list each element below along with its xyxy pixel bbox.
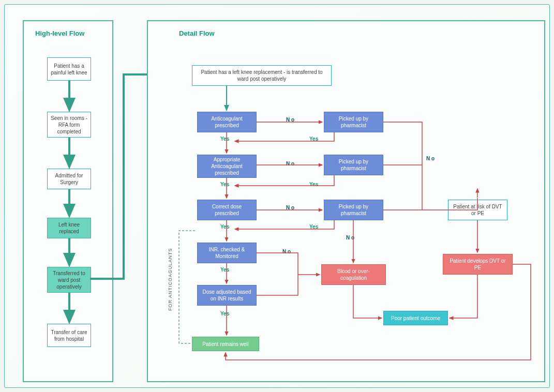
yes-p1: Yes <box>309 136 318 142</box>
decision-appropriate: Appropriate Anticoagulant prescribed <box>197 155 257 178</box>
yes-p2: Yes <box>309 182 318 187</box>
no-inr: N o <box>282 249 291 254</box>
no-pharm3: N o <box>346 235 354 240</box>
poor-outcome: Poor patient outcome <box>383 311 448 325</box>
no-3: N o <box>286 205 294 210</box>
high-node-2: Seen in rooms - RFA form completed <box>47 112 91 138</box>
dvt-node: Patient develops DVT or PE <box>443 254 513 275</box>
yes-2: Yes <box>220 182 229 187</box>
well-node: Patient remains well <box>192 337 259 351</box>
high-level-title: High-level Flow <box>24 21 112 37</box>
detail-title: Detail Flow <box>148 21 544 37</box>
no-p: N o <box>426 156 435 161</box>
high-node-3: Admitted for Surgery <box>47 169 91 189</box>
high-node-1: Patient has a painful left knee <box>47 57 91 81</box>
canvas: High-level Flow Patient has a painful le… <box>4 4 550 388</box>
decision-inr: INR. checked & Monitored <box>197 243 257 263</box>
yes-4: Yes <box>220 267 229 273</box>
high-node-4: Left knee replaced <box>47 218 91 238</box>
yes-p3: Yes <box>309 224 318 230</box>
risk-node: Patient at risk of DVT or PE <box>448 200 507 220</box>
decision-adjust: Dose adjusted based on INR results <box>197 285 257 306</box>
yes-3: Yes <box>220 224 229 230</box>
yes-1: Yes <box>220 136 229 142</box>
high-node-6: Transfer of care from hospital <box>47 324 91 347</box>
detail-start: Patient has a left knee replacement - is… <box>192 65 332 86</box>
pharmacist-2: Picked up by pharmacist <box>324 155 383 175</box>
yes-5: Yes <box>220 311 229 316</box>
no-2: N o <box>286 161 294 167</box>
decision-dose: Correct dose prescribed <box>197 200 257 220</box>
anticoagulant-note: FOR ANTICOAGULANTS <box>168 248 173 311</box>
pharmacist-1: Picked up by pharmacist <box>324 112 383 132</box>
pharmacist-3: Picked up by pharmacist <box>324 200 383 220</box>
high-node-5: Transferred to ward post operatively <box>47 267 91 293</box>
no-1: N o <box>286 117 294 123</box>
blood-node: Blood or over-coagulation <box>321 264 386 285</box>
decision-anticoag: Anticoagulant prescribed <box>197 112 257 132</box>
high-level-panel: High-level Flow Patient has a painful le… <box>23 20 113 382</box>
detail-panel: Detail Flow Patient has a left knee repl… <box>147 20 545 382</box>
